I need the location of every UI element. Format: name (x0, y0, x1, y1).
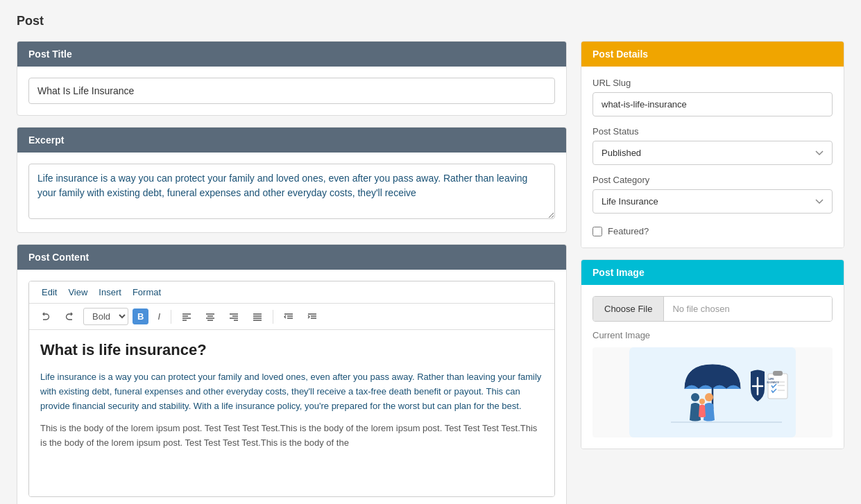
image-preview: LIFE INSURANCE (593, 347, 833, 437)
content-heading: What is life insurance? (40, 341, 543, 359)
post-category-select[interactable]: Life Insurance Health Insurance Auto Ins… (593, 189, 833, 214)
excerpt-header: Excerpt (17, 128, 566, 153)
post-details-body: URL Slug Post Status Published Draft Pen… (581, 67, 844, 247)
excerpt-textarea[interactable]: Life insurance is a way you can protect … (28, 164, 555, 219)
align-left-button[interactable] (177, 310, 196, 324)
menu-insert[interactable]: Insert (93, 286, 127, 299)
page-wrapper: Post Post Title Excerpt Life insurance i… (0, 0, 861, 504)
undo-button[interactable] (36, 309, 56, 324)
choose-file-button[interactable]: Choose File (593, 297, 664, 321)
featured-row: Featured? (593, 226, 833, 236)
indent-decrease-button[interactable] (279, 310, 298, 324)
right-column: Post Details URL Slug Post Status Publis… (581, 41, 844, 449)
align-right-button[interactable] (224, 310, 244, 324)
post-status-label: Post Status (593, 126, 833, 137)
post-content-body: Edit View Insert Format (17, 270, 566, 504)
post-status-select[interactable]: Published Draft Pending (593, 141, 833, 165)
post-title-header: Post Title (17, 42, 566, 67)
featured-label[interactable]: Featured? (608, 226, 649, 236)
menu-view[interactable]: View (62, 286, 93, 299)
editor-content[interactable]: What is life insurance? Life insurance i… (29, 330, 554, 496)
post-details-header: Post Details (581, 42, 844, 67)
post-title-panel: Post Title (17, 41, 567, 116)
post-image-panel: Post Image Choose File No file chosen Cu… (581, 259, 844, 449)
no-file-label: No file chosen (664, 297, 832, 321)
italic-button[interactable]: I (153, 309, 165, 324)
bold-button[interactable]: B (133, 309, 148, 324)
svg-text:INSURANCE: INSURANCE (767, 381, 779, 384)
post-content-panel: Post Content Edit View Insert Format (17, 244, 567, 504)
page-title: Post (17, 14, 844, 28)
post-image-header: Post Image (581, 260, 844, 285)
main-layout: Post Title Excerpt Life insurance is a w… (17, 41, 844, 504)
url-slug-label: URL Slug (593, 78, 833, 88)
editor-menubar: Edit View Insert Format (29, 281, 554, 304)
excerpt-body: Life insurance is a way you can protect … (17, 153, 566, 232)
content-paragraph1: Life insurance is a way you can protect … (40, 370, 543, 413)
svg-point-32 (705, 393, 713, 401)
menu-edit[interactable]: Edit (36, 286, 62, 299)
post-category-label: Post Category (593, 175, 833, 185)
menu-format[interactable]: Format (127, 286, 167, 299)
post-details-panel: Post Details URL Slug Post Status Publis… (581, 41, 844, 248)
excerpt-panel: Excerpt Life insurance is a way you can … (17, 127, 567, 233)
align-justify-button[interactable] (248, 310, 267, 324)
post-title-body (17, 67, 566, 115)
svg-point-33 (699, 399, 705, 404)
post-image-body: Choose File No file chosen Current Image (581, 285, 844, 449)
editor-wrapper: Edit View Insert Format (28, 281, 555, 497)
url-slug-input[interactable] (593, 92, 833, 116)
indent-increase-button[interactable] (302, 310, 322, 324)
insurance-svg: LIFE INSURANCE (629, 347, 796, 437)
left-column: Post Title Excerpt Life insurance is a w… (17, 41, 567, 504)
file-upload-row: Choose File No file chosen (593, 296, 833, 322)
svg-rect-25 (773, 371, 783, 376)
font-style-select[interactable]: Bold (83, 308, 128, 325)
current-image-label: Current Image (593, 330, 833, 340)
toolbar-sep2 (273, 310, 273, 324)
redo-button[interactable] (60, 309, 79, 324)
content-paragraph2: This is the body of the lorem ipsum post… (40, 422, 543, 451)
post-title-input[interactable] (28, 78, 555, 104)
editor-toolbar: Bold B I (29, 304, 554, 330)
align-center-button[interactable] (201, 310, 220, 324)
featured-checkbox[interactable] (593, 227, 602, 236)
svg-text:LIFE: LIFE (769, 378, 774, 381)
toolbar-sep1 (171, 310, 171, 324)
post-content-header: Post Content (17, 245, 566, 270)
svg-point-31 (691, 393, 699, 401)
editor-scroll[interactable]: What is life insurance? Life insurance i… (29, 330, 554, 496)
